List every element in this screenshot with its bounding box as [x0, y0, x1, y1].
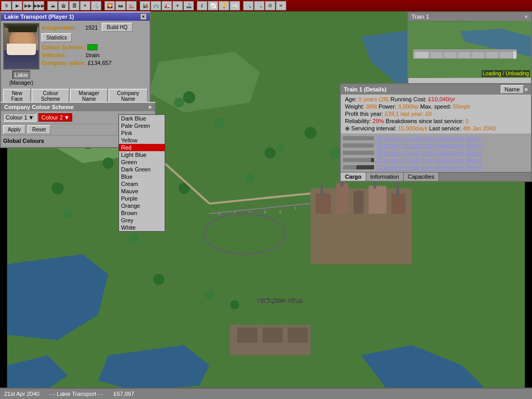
svg-rect-9 [315, 193, 330, 214]
cargo-text-3[interactable]: 27 tonnes of coal from Nadingtown Mines [376, 157, 481, 163]
colour-item-white[interactable]: White [119, 224, 165, 231]
svg-point-45 [153, 274, 164, 285]
quit-btn[interactable]: ✕ [276, 1, 286, 10]
terraform-btn[interactable]: ⛰ [47, 1, 58, 10]
svg-rect-61 [458, 51, 471, 59]
manager-title: (Manager) [9, 80, 33, 86]
svg-rect-12 [369, 186, 387, 214]
reset-btn[interactable]: Reset [28, 125, 50, 134]
pause-btn[interactable]: ⏸ [1, 1, 11, 10]
statistics-btn[interactable]: Statistics [42, 33, 72, 42]
cargo-bar-2 [343, 151, 374, 155]
colour-item-green[interactable]: Green [119, 158, 165, 166]
colour-item-yellow[interactable]: Yellow [119, 137, 165, 144]
trains-btn[interactable]: 🚂 [140, 1, 150, 10]
svg-rect-60 [444, 51, 457, 59]
colour-item-pink[interactable]: Pink [119, 129, 165, 137]
colour-scheme-btn[interactable]: Colour Scheme [32, 89, 69, 103]
build-hq-btn[interactable]: Build HQ [102, 23, 132, 32]
colour-item-dark-green[interactable]: Dark Green [119, 166, 165, 173]
ships-btn[interactable]: 🚢 [183, 1, 194, 10]
build-road-btn[interactable]: 🛣 [58, 1, 69, 10]
train-minimap-window: Train 1 × Loading / Unloading [407, 11, 532, 84]
build-dock-btn[interactable]: ⚓ [91, 1, 101, 10]
manager-name: Lakie [12, 71, 30, 79]
colour-item-red[interactable]: Red [119, 144, 165, 151]
colour-item-orange[interactable]: Orange [119, 202, 165, 209]
last-service-value: 4th Jan 2040 [463, 125, 496, 131]
cargo-item-4: 13 tonnes of coal from Nadingtown Mines [343, 164, 529, 171]
tab-information[interactable]: Information [366, 172, 404, 181]
cargo-bar-3 [343, 158, 374, 162]
league-btn[interactable]: 🏆 [219, 1, 229, 10]
colour-item-cream[interactable]: Cream [119, 180, 165, 188]
cargo-item-0: 30 tonnes of coal from Nadingtown Mines [343, 135, 529, 142]
manager-portrait [3, 23, 39, 70]
profit-label: Profit this year: [345, 111, 383, 117]
zoomout-btn[interactable]: 🔍 [254, 1, 264, 10]
towns-btn[interactable]: 🏘 [115, 1, 126, 10]
zoomin-btn[interactable]: 🔍 [243, 1, 254, 10]
train-minimap-view: Loading / Unloading [408, 21, 531, 78]
cargo-text-2[interactable]: 30 tonnes of coal from Nadingtown Mines [376, 150, 481, 156]
company-value-label: Company value: [42, 60, 86, 66]
graph-btn[interactable]: 📈 [208, 1, 218, 10]
buses-btn[interactable]: 🚌 [151, 1, 161, 10]
colour-item-brown[interactable]: Brown [119, 209, 165, 217]
industries-btn[interactable]: 🏭 [126, 1, 137, 10]
svg-point-35 [183, 91, 195, 103]
inaugurated-value: 1921 [85, 24, 98, 31]
svg-point-43 [51, 182, 63, 194]
cargo-text-4[interactable]: 13 tonnes of coal from Nadingtown Mines [376, 164, 481, 170]
colour-scheme-title: Company Colour Scheme [4, 104, 74, 110]
train-details-title-bar: Train 1 (Details) Name × [341, 84, 531, 95]
new-face-btn[interactable]: New Face [3, 89, 31, 103]
svg-rect-29 [262, 327, 283, 342]
colour-scheme-close-btn[interactable]: × [149, 104, 152, 110]
profit-value: £39,1 [384, 111, 399, 117]
news-btn[interactable]: 📰 [230, 1, 240, 10]
train-details-close-btn[interactable]: × [525, 86, 528, 92]
company-title: Lakie Transport (Player 1) [4, 14, 74, 20]
running-cost-label: Running Cost: [390, 96, 427, 102]
colour1-dropdown[interactable]: Colour 1 ▼ [3, 113, 36, 122]
status-date: 21st Apr 2040 [4, 391, 39, 397]
colour-item-grey[interactable]: Grey [119, 217, 165, 224]
options-btn[interactable]: ⚙ [265, 1, 275, 10]
colour-scheme-title-bar: Company Colour Scheme × [1, 103, 155, 111]
tab-capacities[interactable]: Capacities [404, 172, 439, 181]
svg-rect-28 [237, 327, 258, 342]
last-service-label: Last service: [429, 125, 461, 131]
svg-point-44 [128, 234, 138, 244]
train-minimap-close-btn[interactable]: × [525, 14, 528, 20]
colour-item-dark-blue[interactable]: Dark Blue [119, 115, 165, 122]
servicing-row: ⊕ Servicing interval: 15,000days Last se… [343, 125, 529, 132]
trucks-btn[interactable]: 🚛 [162, 1, 172, 10]
train-name-btn[interactable]: Name [501, 85, 523, 94]
landscape-btn[interactable]: 🌄 [104, 1, 115, 10]
cargo-text-1[interactable]: 30 tonnes of coal from Nadingtown Mines [376, 142, 481, 149]
speed1-btn[interactable]: ▶ [12, 1, 22, 10]
svg-point-39 [304, 127, 316, 139]
apply-btn[interactable]: Apply [3, 125, 25, 134]
planes-btn[interactable]: ✈ [172, 1, 183, 10]
tab-cargo[interactable]: Cargo [341, 172, 366, 181]
manager-name-btn[interactable]: Manager Name [70, 89, 108, 103]
toolbar: ⏸ ▶ ▶▶ ▶▶▶ ⛰ 🛣 🛤 ✈ ⚓ 🌄 🏘 🏭 🚂 🚌 🚛 ✈ 🚢 £ 📈… [0, 0, 532, 11]
company-name-btn[interactable]: Company Name [109, 89, 148, 103]
build-rail-btn[interactable]: 🛤 [69, 1, 79, 10]
cargo-item-3: 27 tonnes of coal from Nadingtown Mines [343, 156, 529, 164]
colour-item-mauve[interactable]: Mauve [119, 188, 165, 195]
colour-item-blue[interactable]: Blue [119, 173, 165, 180]
colour-item-pale-green[interactable]: Pale Green [119, 122, 165, 129]
colour2-dropdown[interactable]: Colour 2 ▼ [38, 113, 72, 122]
speed2-btn[interactable]: ▶▶ [23, 1, 33, 10]
speed3-btn[interactable]: ▶▶▶ [34, 1, 44, 10]
company-close-btn[interactable]: × [140, 14, 147, 20]
colour-item-purple[interactable]: Purple [119, 195, 165, 202]
colour-item-light-blue[interactable]: Light Blue [119, 151, 165, 158]
build-airport-btn[interactable]: ✈ [80, 1, 90, 10]
reliability-value: 29% [373, 118, 384, 124]
cargo-text-0[interactable]: 30 tonnes of coal from Nadingtown Mines [376, 135, 481, 141]
finances-btn[interactable]: £ [197, 1, 207, 10]
